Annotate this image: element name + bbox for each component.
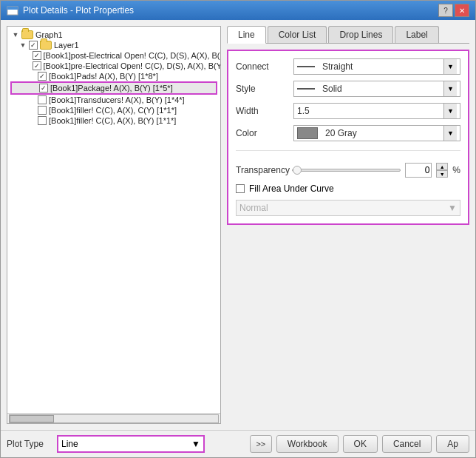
checkbox-1[interactable] (33, 61, 41, 70)
expand-spacer-6 (28, 117, 35, 124)
tab-line[interactable]: Line (227, 26, 266, 44)
checkbox-3[interactable] (39, 84, 48, 92)
right-spacer (227, 231, 469, 424)
connect-label: Connect (236, 61, 288, 72)
connect-line-preview (297, 66, 315, 67)
cancel-button[interactable]: Cancel (382, 435, 432, 453)
spinner-down[interactable]: ▼ (436, 170, 448, 178)
tree-label-3: [Book1]Package! A(X), B(Y) [1*5*] (50, 84, 173, 92)
title-bar-buttons: ? ✕ (438, 4, 469, 17)
connect-dropdown[interactable]: Straight ▼ (293, 58, 460, 75)
expand-spacer-4 (28, 96, 35, 104)
plot-type-dropdown[interactable]: Line ▼ (57, 435, 205, 453)
width-dropdown[interactable]: 1.5 ▼ (293, 103, 460, 119)
tree-item-3[interactable]: [Book1]Package! A(X), B(Y) [1*5*] (10, 81, 217, 95)
width-row: Width 1.5 ▼ (236, 103, 460, 119)
tree-label-layer1: Layer1 (54, 41, 79, 50)
normal-value: Normal (239, 203, 268, 213)
right-panel: Line Color List Drop Lines Label Connect… (227, 26, 469, 424)
expand-spacer-5 (28, 107, 35, 114)
hscroll-thumb[interactable] (10, 415, 54, 422)
connect-value: Straight (322, 61, 353, 72)
checkbox-6[interactable] (38, 116, 47, 125)
connect-dropdown-arrow[interactable]: ▼ (443, 59, 457, 74)
color-preview (297, 127, 318, 139)
percent-label: % (452, 165, 460, 175)
tree-label-1: [Book1]pre-Electrical Open! C(C), D(S), … (44, 61, 220, 70)
slider-thumb[interactable] (293, 166, 302, 175)
expand-spacer-2 (28, 73, 35, 80)
style-dropdown[interactable]: Solid ▼ (293, 81, 460, 97)
connect-row: Connect Straight ▼ (236, 58, 460, 75)
transparency-slider[interactable] (292, 169, 401, 172)
style-line-preview (297, 88, 315, 90)
transparency-row: Transparency 0 ▲ ▼ % (236, 160, 460, 178)
color-row: Color 20 Gray ▼ (236, 125, 460, 141)
tab-content-line: Connect Straight ▼ Style (227, 50, 469, 225)
tree-label-6: [Book1]filler! C(C), A(X), B(Y) [1*1*] (49, 116, 176, 125)
tabs-bar: Line Color List Drop Lines Label (227, 26, 469, 44)
expand-arrow-layer1: ▼ (19, 41, 27, 49)
color-label: Color (236, 128, 288, 138)
tree-item-0[interactable]: [Book1]post-Electrical Open! C(C), D(S),… (10, 50, 217, 61)
fill-checkbox[interactable] (236, 184, 245, 193)
apply-button[interactable]: Ap (436, 435, 469, 453)
transparency-label: Transparency (236, 165, 288, 175)
color-dropdown-arrow[interactable]: ▼ (443, 126, 457, 141)
width-dropdown-text: 1.5 (297, 106, 310, 116)
fill-checkbox-row: Fill Area Under Curve (236, 183, 460, 194)
window-icon (7, 4, 18, 16)
width-value: 1.5 (297, 106, 310, 116)
tab-colorlist[interactable]: Color List (268, 26, 327, 43)
transparency-spinner: ▲ ▼ (436, 163, 448, 178)
tree-label-graph1: Graph1 (35, 30, 63, 39)
plot-type-label: Plot Type (7, 439, 51, 449)
tree-label-2: [Book1]Pads! A(X), B(Y) [1*8*] (49, 72, 158, 81)
style-label: Style (236, 84, 288, 94)
tree-item-2[interactable]: [Book1]Pads! A(X), B(Y) [1*8*] (10, 71, 217, 81)
plot-type-arrow: ▼ (191, 439, 200, 449)
tree-label-5: [Book1]filler! C(C), A(X), C(Y) [1*1*] (49, 106, 177, 115)
width-dropdown-arrow[interactable]: ▼ (443, 104, 457, 118)
main-content: ▼ Graph1 ▼ Layer1 [Book1]post-Electrical… (1, 20, 475, 430)
style-dropdown-arrow[interactable]: ▼ (443, 81, 457, 96)
checkbox-4[interactable] (38, 95, 47, 104)
expand-arrow-graph1: ▼ (12, 31, 19, 38)
checkbox-5[interactable] (38, 106, 47, 115)
transparency-input[interactable]: 0 (405, 163, 432, 178)
tree-item-4[interactable]: [Book1]Transducers! A(X), B(Y) [1*4*] (10, 95, 217, 105)
spinner-up[interactable]: ▲ (436, 163, 448, 170)
folder-icon-layer1 (40, 41, 52, 50)
double-arrow-button[interactable]: >> (250, 435, 272, 453)
connect-dropdown-text: Straight (297, 61, 353, 72)
plot-type-value: Line (61, 439, 78, 449)
hscroll-track[interactable] (9, 414, 219, 423)
checkbox-0[interactable] (33, 51, 41, 60)
tree-container[interactable]: ▼ Graph1 ▼ Layer1 [Book1]post-Electrical… (7, 27, 220, 413)
tab-label[interactable]: Label (395, 26, 438, 43)
tab-droplines[interactable]: Drop Lines (328, 26, 393, 43)
checkbox-layer1[interactable] (29, 41, 38, 50)
svg-rect-1 (7, 7, 18, 10)
tree-item-5[interactable]: [Book1]filler! C(C), A(X), C(Y) [1*1*] (10, 105, 217, 115)
normal-dropdown[interactable]: Normal ▼ (236, 200, 460, 216)
normal-dropdown-arrow: ▼ (448, 203, 457, 213)
expand-spacer-0 (28, 52, 30, 59)
ok-button[interactable]: OK (343, 435, 378, 453)
main-window: Plot Details - Plot Properties ? ✕ ▼ Gra… (0, 0, 476, 458)
tree-item-6[interactable]: [Book1]filler! C(C), A(X), B(Y) [1*1*] (10, 115, 217, 126)
color-dropdown[interactable]: 20 Gray ▼ (293, 125, 460, 141)
checkbox-2[interactable] (38, 72, 47, 81)
fill-label: Fill Area Under Curve (249, 183, 334, 194)
tree-item-layer1[interactable]: ▼ Layer1 (10, 40, 217, 50)
close-button[interactable]: ✕ (455, 4, 469, 17)
bottom-buttons: >> Workbook OK Cancel Ap (250, 435, 469, 453)
hscroll-area (7, 413, 220, 423)
tree-item-1[interactable]: [Book1]pre-Electrical Open! C(C), D(S), … (10, 61, 217, 71)
style-dropdown-text: Solid (297, 84, 342, 94)
help-button[interactable]: ? (438, 4, 453, 17)
tree-panel: ▼ Graph1 ▼ Layer1 [Book1]post-Electrical… (7, 26, 221, 424)
title-bar: Plot Details - Plot Properties ? ✕ (1, 1, 475, 20)
color-value: 20 Gray (325, 128, 357, 138)
workbook-button[interactable]: Workbook (276, 435, 339, 453)
